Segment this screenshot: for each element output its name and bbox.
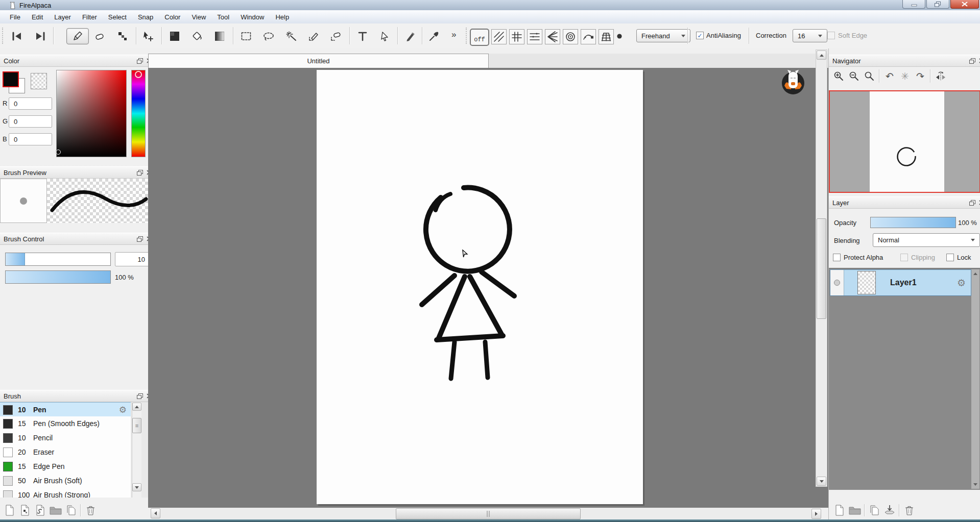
menu-view[interactable]: View [186, 10, 211, 23]
scroll-up-button[interactable] [817, 51, 826, 60]
operation-tool[interactable] [374, 28, 396, 44]
new-bitmap-brush-icon[interactable] [17, 504, 33, 517]
protect-alpha-checkbox[interactable] [833, 254, 841, 261]
clipping-checkbox[interactable] [900, 254, 908, 261]
scroll-up-icon[interactable] [973, 272, 977, 275]
delete-layer-icon[interactable] [901, 504, 917, 517]
scroll-left-button[interactable] [151, 508, 160, 518]
brush-settings-gear-icon[interactable]: ⚙ [119, 405, 127, 415]
brush-list-item[interactable]: 10 Pen ⚙ [0, 402, 131, 417]
new-layer-icon[interactable] [832, 504, 847, 517]
undo-button[interactable] [6, 28, 29, 44]
freehand-dropdown[interactable]: Freehand [636, 29, 690, 42]
menu-layer[interactable]: Layer [49, 10, 77, 23]
new-brush-icon[interactable] [2, 504, 17, 517]
foreground-color-swatch[interactable] [3, 71, 19, 87]
navigator-preview[interactable] [829, 90, 980, 193]
canvas-viewport[interactable] [148, 68, 828, 508]
new-script-brush-icon[interactable] [33, 504, 48, 517]
merge-down-icon[interactable] [882, 504, 897, 517]
layer-visibility-cell[interactable] [830, 270, 844, 295]
hue-marker[interactable] [135, 71, 142, 78]
scrollbar-thumb[interactable] [817, 218, 826, 319]
brush-size-value[interactable]: 10 [115, 252, 150, 266]
float-panel-icon[interactable] [137, 170, 143, 176]
snap-settings-dot[interactable] [612, 28, 627, 44]
move-tool[interactable] [137, 28, 159, 44]
float-panel-icon[interactable] [969, 58, 975, 64]
float-panel-icon[interactable] [137, 236, 143, 242]
blending-dropdown[interactable]: Normal [873, 233, 980, 247]
scroll-down-button[interactable] [132, 483, 141, 491]
scroll-up-button[interactable] [132, 403, 141, 411]
canvas-horizontal-scrollbar[interactable] [151, 508, 821, 519]
menu-help[interactable]: Help [270, 10, 295, 23]
toolbar-more-icon[interactable]: » [451, 30, 456, 40]
delete-brush-icon[interactable] [83, 504, 98, 517]
snap-concentric-button[interactable] [563, 29, 578, 44]
rotate-right-icon[interactable]: ↷ [913, 69, 928, 83]
duplicate-layer-icon[interactable] [867, 504, 882, 517]
restore-button[interactable] [926, 0, 949, 9]
correction-dropdown[interactable]: 16 [793, 29, 827, 42]
layer-name[interactable]: Layer1 [890, 278, 917, 287]
layer-row[interactable]: Layer1 ⚙ [830, 269, 971, 296]
menu-select[interactable]: Select [103, 10, 132, 23]
snap-crisscross-button[interactable] [509, 29, 524, 44]
saturation-value-picker[interactable] [56, 70, 127, 157]
menu-window[interactable]: Window [235, 10, 270, 23]
toolbar-drag-handle[interactable] [2, 28, 3, 44]
document-tab[interactable]: Untitled [148, 54, 489, 68]
layer-visibility-icon[interactable] [834, 280, 840, 286]
rotate-left-icon[interactable]: ↶ [882, 69, 897, 83]
scrollbar-thumb[interactable]: ≡ [132, 418, 141, 433]
scrollbar-thumb[interactable] [396, 508, 581, 519]
float-panel-icon[interactable] [137, 393, 143, 399]
layer-list-scrollbar[interactable] [971, 269, 979, 489]
minimize-button[interactable] [902, 0, 925, 9]
brush-folder-icon[interactable] [48, 504, 63, 517]
redo-button[interactable] [29, 28, 51, 44]
scroll-down-button[interactable] [817, 477, 826, 486]
lasso-select-tool[interactable] [257, 28, 280, 44]
fill-rect-tool[interactable] [163, 28, 186, 44]
reset-rotation-icon[interactable]: ✳ [897, 69, 913, 83]
rect-select-tool[interactable] [235, 28, 257, 44]
blue-value-field[interactable]: 0 [9, 133, 52, 145]
brush-list-item[interactable]: 100 Air Brush (Strong) [0, 488, 131, 498]
menu-file[interactable]: File [4, 10, 26, 23]
menu-snap[interactable]: Snap [132, 10, 159, 23]
bucket-tool[interactable] [186, 28, 208, 44]
brush-opacity-slider[interactable] [5, 270, 111, 284]
select-pen-tool[interactable] [302, 28, 325, 44]
select-eraser-tool[interactable] [325, 28, 347, 44]
snap-group-handle[interactable] [466, 28, 467, 44]
layer-settings-gear-icon[interactable]: ⚙ [957, 277, 966, 289]
zoom-reset-icon[interactable] [862, 69, 877, 83]
scroll-right-button[interactable] [811, 509, 821, 519]
menu-tool[interactable]: Tool [211, 10, 235, 23]
menu-filter[interactable]: Filter [77, 10, 103, 23]
magic-wand-tool[interactable] [280, 28, 302, 44]
transparent-color-swatch[interactable] [31, 73, 47, 89]
float-panel-icon[interactable] [137, 58, 143, 64]
hue-bar[interactable] [131, 70, 146, 157]
flip-view-icon[interactable] [933, 69, 948, 83]
lock-checkbox[interactable] [946, 254, 954, 261]
brush-size-slider[interactable] [5, 253, 111, 266]
float-panel-icon[interactable] [969, 200, 975, 206]
brush-list-item[interactable]: 10 Pencil [0, 431, 131, 445]
canvas-vertical-scrollbar[interactable] [816, 49, 827, 487]
snap-vanishing-point-button[interactable] [545, 29, 560, 44]
canvas-page[interactable] [317, 70, 643, 504]
text-tool[interactable] [351, 28, 374, 44]
layer-opacity-slider[interactable] [870, 217, 956, 228]
snap-off-button[interactable]: off [470, 29, 489, 46]
layer-thumbnail[interactable] [857, 271, 876, 294]
menu-color[interactable]: Color [159, 10, 186, 23]
green-value-field[interactable]: 0 [9, 115, 52, 128]
brush-list-item[interactable]: 20 Eraser [0, 445, 131, 460]
snap-parallel-button[interactable] [491, 29, 507, 44]
brush-list-scrollbar[interactable]: ≡ [132, 402, 141, 498]
pen-tool[interactable] [66, 28, 89, 44]
